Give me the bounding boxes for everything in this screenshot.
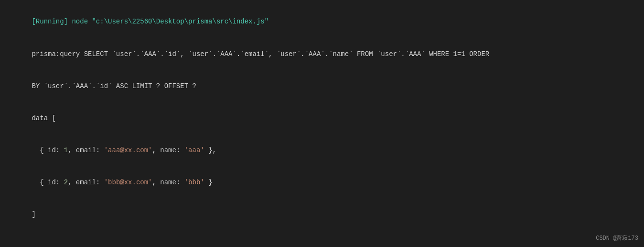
output-block-1: [Running] node "c:\Users\22560\Desktop\p… [8, 6, 636, 231]
done-line: [Done] exited with code=0 in 0.196 secon… [8, 235, 636, 247]
query-line-1b: BY `user`.`AAA`.`id` ASC LIMIT ? OFFSET … [8, 70, 636, 102]
terminal-window: [Running] node "c:\Users\22560\Desktop\p… [0, 0, 644, 247]
data-open-1: data [ [8, 102, 636, 135]
data-close-1: ] [8, 199, 636, 231]
done-block: [Done] exited with code=0 in 0.196 secon… [8, 235, 636, 247]
watermark: CSDN @萧寂173 [596, 234, 638, 243]
query-line-1a: prisma:query SELECT `user`.`AAA`.`id`, `… [8, 38, 636, 70]
data-row-1-1: { id: 1, email: 'aaa@xx.com', name: 'aaa… [8, 135, 636, 167]
running-line-1: [Running] node "c:\Users\22560\Desktop\p… [8, 6, 636, 38]
data-row-1-2: { id: 2, email: 'bbb@xx.com', name: 'bbb… [8, 167, 636, 199]
